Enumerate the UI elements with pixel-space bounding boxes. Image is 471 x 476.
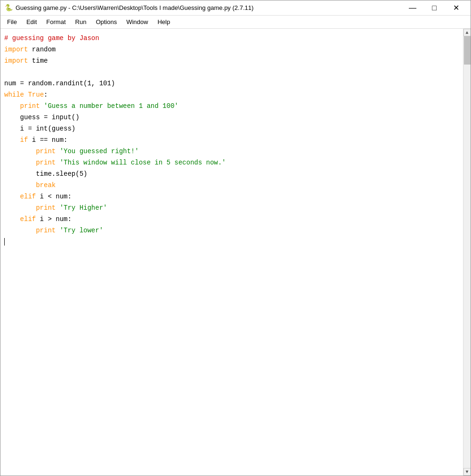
code-text <box>4 157 36 168</box>
code-text: elif <box>20 191 36 202</box>
main-window: 🐍 Guessing game.py - C:\Users\Warren\Des… <box>0 0 471 476</box>
scrollbar-thumb[interactable] <box>464 36 471 65</box>
window-title: Guessing game.py - C:\Users\Warren\Deskt… <box>16 4 402 11</box>
code-line-10: if i == num: <box>4 134 463 146</box>
code-text: while <box>4 89 24 100</box>
code-text: True <box>28 89 44 100</box>
vertical-scrollbar[interactable]: ▲ ▼ <box>463 29 471 476</box>
title-bar: 🐍 Guessing game.py - C:\Users\Warren\Des… <box>0 0 471 16</box>
code-line-9: i = int(guess) <box>4 123 463 134</box>
code-text <box>56 157 59 168</box>
code-text: num = random.randint(1, 101) <box>4 78 115 89</box>
code-line-3: import time <box>4 55 463 66</box>
code-line-6: while True: <box>4 89 463 100</box>
code-text: i = int(guess) <box>4 123 75 134</box>
text-cursor <box>4 238 5 246</box>
code-text: i == num: <box>28 134 67 146</box>
code-text: : <box>44 89 48 100</box>
code-text: 'Try Higher' <box>60 202 107 213</box>
editor-area: # guessing game by Jason import random i… <box>0 29 471 476</box>
code-text <box>4 100 20 112</box>
code-text <box>40 100 44 112</box>
menu-options[interactable]: Options <box>91 16 122 27</box>
code-text <box>56 146 59 157</box>
code-text: break <box>36 180 56 191</box>
code-text <box>4 202 36 213</box>
code-text: import <box>4 55 28 66</box>
code-text: elif <box>20 213 36 225</box>
code-line-7: print 'Guess a number between 1 and 100' <box>4 100 463 112</box>
code-text <box>24 89 28 100</box>
code-text: 'Guess a number between 1 and 100' <box>44 100 179 112</box>
code-line-12: print 'This window will close in 5 secon… <box>4 157 463 168</box>
app-icon: 🐍 <box>4 4 13 12</box>
code-line-15: elif i < num: <box>4 191 463 202</box>
code-text <box>4 191 20 202</box>
code-text: print <box>36 225 56 236</box>
code-text: i > num: <box>36 213 72 225</box>
code-text: guess = input() <box>4 112 80 123</box>
code-line-8: guess = input() <box>4 112 463 123</box>
code-text: time <box>28 55 48 66</box>
code-text: print <box>36 146 56 157</box>
code-text: 'You guessed right!' <box>60 146 139 157</box>
close-button[interactable]: ✕ <box>445 0 467 16</box>
code-line-19 <box>4 236 463 247</box>
code-text <box>4 134 20 146</box>
code-line-4 <box>4 66 463 78</box>
code-text <box>56 225 59 236</box>
code-text <box>56 202 59 213</box>
scrollbar-track[interactable] <box>463 36 471 468</box>
menu-edit[interactable]: Edit <box>22 16 41 27</box>
code-editor[interactable]: # guessing game by Jason import random i… <box>0 29 463 476</box>
code-line-5: num = random.randint(1, 101) <box>4 78 463 89</box>
code-text: print <box>20 100 40 112</box>
code-text: import <box>4 44 28 55</box>
window-controls: — □ ✕ <box>402 0 467 16</box>
code-line-14: break <box>4 180 463 191</box>
code-line-16: print 'Try Higher' <box>4 202 463 213</box>
code-text <box>4 213 20 225</box>
code-line-11: print 'You guessed right!' <box>4 146 463 157</box>
code-line-1: # guessing game by Jason <box>4 33 463 44</box>
code-line-13: time.sleep(5) <box>4 168 463 180</box>
code-text: print <box>36 157 56 168</box>
code-text <box>4 146 36 157</box>
code-line-17: elif i > num: <box>4 213 463 225</box>
menu-run[interactable]: Run <box>71 16 91 27</box>
code-line-18: print 'Try lower' <box>4 225 463 236</box>
code-text: i < num: <box>36 191 72 202</box>
code-text: if <box>20 134 28 146</box>
menu-file[interactable]: File <box>2 16 22 27</box>
code-text: time.sleep(5) <box>4 168 87 180</box>
code-text <box>4 225 36 236</box>
menu-help[interactable]: Help <box>153 16 175 27</box>
scroll-up-button[interactable]: ▲ <box>463 29 471 36</box>
minimize-button[interactable]: — <box>402 0 423 16</box>
menu-format[interactable]: Format <box>41 16 70 27</box>
code-text <box>4 180 36 191</box>
code-text: 'This window will close in 5 seconds now… <box>60 157 226 168</box>
menu-bar: File Edit Format Run Options Window Help <box>0 16 471 29</box>
code-text: random <box>28 44 56 55</box>
code-text: 'Try lower' <box>60 225 103 236</box>
code-text: print <box>36 202 56 213</box>
code-text: # guessing game by Jason <box>4 33 99 44</box>
code-line-2: import random <box>4 44 463 55</box>
scroll-down-button[interactable]: ▼ <box>463 468 471 476</box>
maximize-button[interactable]: □ <box>423 0 445 16</box>
menu-window[interactable]: Window <box>122 16 153 27</box>
